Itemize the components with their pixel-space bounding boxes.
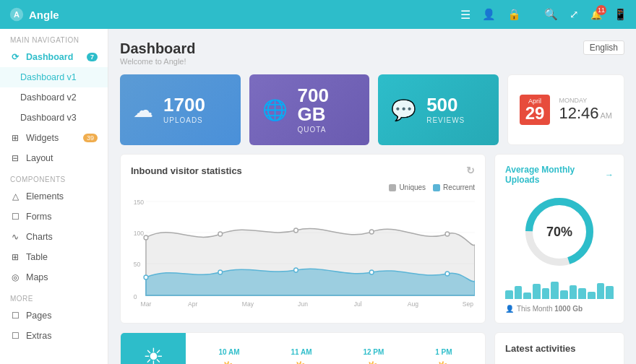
svg-point-19 <box>445 272 450 276</box>
activities-title: Latest activities <box>505 343 614 354</box>
extras-icon: ☐ <box>10 331 20 341</box>
sidebar-item-extras[interactable]: ☐ Extras <box>0 326 108 346</box>
sidebar-item-label: Charts <box>26 232 53 242</box>
widgets-badge: 39 <box>83 134 98 142</box>
content-header: Dashboard Welcome to Angle! English <box>120 40 624 66</box>
bar-10 <box>588 292 596 300</box>
bell-icon[interactable]: 🔔 11 <box>590 9 602 20</box>
sidebar-item-label: Dashboard <box>26 52 73 62</box>
bar-5 <box>542 288 550 299</box>
uploads-label: UPLOADS <box>163 116 205 124</box>
quota-icon: 🌐 <box>262 98 288 122</box>
sidebar-item-label: Layout <box>26 153 53 163</box>
weather-hour-12pm: 12 PM ⛅ 20% 30° <box>363 348 384 364</box>
weather-hour-11am: 11 AM ⛅ 30% 28° <box>291 348 311 364</box>
sidebar-item-charts[interactable]: ∿ Charts <box>0 227 108 247</box>
hour-12pm-icon: ⛅ <box>363 359 384 364</box>
reviews-value: 500 <box>426 95 465 114</box>
hour-10am-time: 10 AM <box>218 348 239 356</box>
more-label: More <box>0 287 108 306</box>
bar-7 <box>560 290 568 299</box>
sidebar-item-elements[interactable]: △ Elements <box>0 186 108 207</box>
legend-uniques: Uniques <box>389 183 426 191</box>
svg-text:70%: 70% <box>546 225 572 239</box>
legend-recurrent-dot <box>433 184 440 191</box>
legend-uniques-dot <box>389 184 396 191</box>
visitor-chart-card: Inbound visitor statistics ↻ Uniques Rec… <box>120 154 486 324</box>
language-select[interactable]: English <box>583 40 624 55</box>
bell-badge: 11 <box>596 5 606 15</box>
date-day-num: 29 <box>525 105 545 122</box>
main-content: Dashboard Welcome to Angle! English ☁ 17… <box>108 29 636 364</box>
sidebar-item-label: Dashboard v1 <box>20 72 77 82</box>
activity-item: 📄 NEW FILE bootstrap.xls 15m <box>505 361 614 364</box>
tablet-icon[interactable]: 📱 <box>614 8 627 21</box>
reviews-card: 💬 500 REVIEWS <box>378 74 499 145</box>
svg-text:100: 100 <box>134 230 144 237</box>
uploads-info: 1700 UPLOADS <box>163 95 205 124</box>
quota-card: 🌐 700 GB QUOTA <box>249 74 370 145</box>
sidebar-item-label: Maps <box>26 272 48 282</box>
bar-1 <box>505 290 513 299</box>
charts-icon: ∿ <box>10 232 20 242</box>
sidebar-item-dashboard-v1[interactable]: Dashboard v1 <box>0 67 108 87</box>
svg-point-12 <box>294 228 298 233</box>
legend-uniques-label: Uniques <box>399 183 426 191</box>
quota-info: 700 GB QUOTA <box>298 86 357 134</box>
dashboard-icon: ⟳ <box>10 52 20 62</box>
date-weekday: MONDAY <box>559 97 612 104</box>
sidebar-item-maps[interactable]: ◎ Maps <box>0 267 108 287</box>
sidebar-item-label: Pages <box>26 311 51 321</box>
chart-title: Inbound visitor statistics <box>131 165 242 176</box>
refresh-icon[interactable]: ↻ <box>466 165 475 176</box>
svg-text:A: A <box>14 10 20 19</box>
sun-icon: ☀ <box>143 343 164 364</box>
svg-point-14 <box>445 232 450 236</box>
bar-4 <box>533 284 541 299</box>
donut-center: 70% <box>505 192 614 272</box>
hour-10am-icon: ⛅ <box>218 359 239 364</box>
sidebar-item-widgets[interactable]: ⊞ Widgets 39 <box>0 128 108 148</box>
bottom-row: ☀ 32° CLEAR 10 AM ⛅ 20% 27° 11 AM ⛅ 30% <box>120 332 624 364</box>
svg-text:Sep: Sep <box>463 300 473 308</box>
date-ampm: AM <box>601 111 613 120</box>
sidebar-item-layout[interactable]: ⊟ Layout <box>0 148 108 168</box>
weather-hour-1pm: 1 PM ⛅ 0% 30° <box>435 348 452 364</box>
svg-point-16 <box>218 270 223 274</box>
sidebar-item-table[interactable]: ⊞ Table <box>0 247 108 267</box>
search-icon[interactable]: 🔍 <box>544 8 558 21</box>
donut-arrow-icon[interactable]: → <box>605 170 614 180</box>
weather-hourly: 10 AM ⛅ 20% 27° 11 AM ⛅ 30% 28° 12 PM ⛅ <box>186 333 485 364</box>
sidebar-item-pages[interactable]: ☐ Pages <box>0 306 108 326</box>
activities-card: Latest activities 📄 NEW FILE bootstrap.x… <box>494 332 624 364</box>
page-header: Dashboard Welcome to Angle! <box>120 40 195 66</box>
legend-recurrent-label: Recurrent <box>443 183 475 191</box>
chart-row: Inbound visitor statistics ↻ Uniques Rec… <box>120 154 624 324</box>
reviews-icon: 💬 <box>391 98 416 122</box>
lock-icon[interactable]: 🔒 <box>507 8 521 21</box>
sidebar-item-dashboard-v3[interactable]: Dashboard v3 <box>0 108 108 128</box>
chart-svg-wrap: 150 100 50 0 <box>131 194 475 310</box>
sidebar-item-label: Forms <box>26 212 51 222</box>
user-icon[interactable]: 👤 <box>482 8 496 21</box>
svg-point-13 <box>369 230 374 234</box>
brand-name: Angle <box>29 9 59 21</box>
donut-title-row: Average Monthly Uploads → <box>505 165 614 185</box>
sidebar-item-forms[interactable]: ☐ Forms <box>0 207 108 227</box>
menu-icon[interactable]: ☰ <box>460 8 470 22</box>
sidebar-item-dashboard-v2[interactable]: Dashboard v2 <box>0 87 108 108</box>
expand-icon[interactable]: ⤢ <box>570 8 579 21</box>
hour-12pm-time: 12 PM <box>363 348 384 356</box>
brand: A Angle <box>9 6 460 22</box>
page-title: Dashboard <box>120 40 195 57</box>
donut-footer: 👤 This Month 1000 Gb <box>505 305 614 313</box>
donut-footer-text: This Month 1000 Gb <box>517 305 583 313</box>
topnav: A Angle ☰ 👤 🔒 🔍 ⤢ 🔔 11 📱 <box>0 0 636 29</box>
forms-icon: ☐ <box>10 212 20 222</box>
page-subtitle: Welcome to Angle! <box>120 57 195 66</box>
sidebar-item-dashboard[interactable]: ⟳ Dashboard 7 <box>0 47 108 67</box>
weather-hour-10am: 10 AM ⛅ 20% 27° <box>218 348 239 364</box>
components-label: Components <box>0 168 108 186</box>
sidebar-item-label: Extras <box>26 331 51 341</box>
elements-icon: △ <box>10 191 20 202</box>
